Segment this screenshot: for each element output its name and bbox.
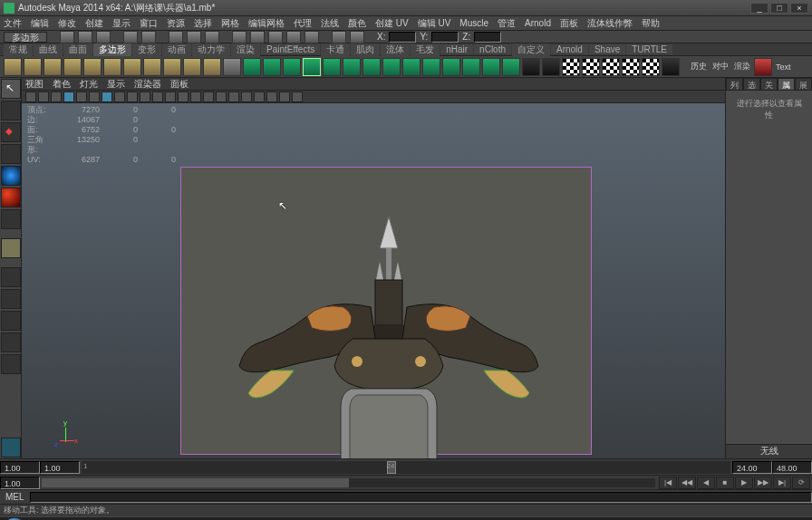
status-render-icon[interactable] [332,31,346,43]
poly-pipe-icon[interactable] [163,58,181,76]
menu-arnold[interactable]: Arnold [525,18,551,28]
poly-sphere-icon[interactable] [4,58,22,76]
vp-dof-icon[interactable] [241,91,252,102]
poly-append-icon[interactable] [343,58,361,76]
vp-msaa-icon[interactable] [228,91,239,102]
frame-start-inner[interactable]: 1.00 [40,461,80,474]
sculpt-icon[interactable] [522,58,540,76]
layout-single-icon[interactable] [1,267,21,287]
vp-res-icon[interactable] [266,91,277,102]
menu-normals[interactable]: 法线 [321,17,339,30]
vp-menu-panels[interactable]: 面板 [170,78,188,91]
vp-gate-icon[interactable] [102,91,112,102]
menu-modify[interactable]: 修改 [58,17,76,30]
status-snap4-icon[interactable] [286,31,301,43]
shelf-tab-turtle[interactable]: TURTLE [626,44,672,54]
shelf-tab-general[interactable]: 常规 [4,43,33,56]
viewport[interactable]: 顶点:727000 边:140670 面:675200 三角形:132500 U… [22,103,725,458]
shelf-tab-fluids[interactable]: 流体 [381,43,410,56]
status-snap2-icon[interactable] [250,31,265,43]
poly-combine-icon[interactable] [243,58,261,76]
menu-panels[interactable]: 面板 [560,17,578,30]
poly-cylinder-icon[interactable] [44,58,62,76]
vp-cam-icon[interactable] [25,91,36,102]
shelf-tab-shave[interactable]: Shave [589,44,625,54]
vp-tex-icon[interactable] [140,91,150,102]
uv-editor-icon[interactable] [662,58,680,76]
poly-smooth-icon[interactable] [442,58,460,76]
coord-x-input[interactable] [389,32,416,43]
menu-help[interactable]: 帮助 [642,17,660,30]
shelf-tab-toon[interactable]: 卡通 [321,43,350,56]
poly-cone-icon[interactable] [63,58,82,76]
shelf-tab-curves[interactable]: 曲线 [34,43,63,56]
poly-cube-icon[interactable] [24,58,42,76]
shelf-tab-polygons[interactable]: 多边形 [93,43,131,56]
command-input[interactable] [30,492,812,503]
shelf-tab-deform[interactable]: 变形 [132,43,161,56]
play-loop[interactable]: ⟳ [792,477,810,489]
play-back[interactable]: ◀ [697,477,715,489]
uv-checker2-icon[interactable] [582,58,600,76]
poly-separate-icon[interactable] [263,58,281,76]
range-start[interactable]: 1.00 [0,477,40,489]
shelf-tab-nhair[interactable]: nHair [440,44,473,54]
menu-pipe[interactable]: 管道 [498,17,516,30]
layout-persp-icon[interactable] [1,438,21,457]
play-stepback[interactable]: ◀◀ [678,477,696,489]
status-save-icon[interactable] [96,31,111,43]
play-gostart[interactable]: |◀ [659,477,677,489]
shelf-tab-arnold[interactable]: Arnold [551,44,588,54]
poly-merge-icon[interactable] [462,58,480,76]
move-tool-icon[interactable] [1,122,21,142]
range-track[interactable] [42,478,655,487]
vp-cam2-icon[interactable] [38,91,49,102]
status-open-icon[interactable] [78,31,92,43]
shelf-tab-fur[interactable]: 毛发 [411,43,440,56]
menu-display[interactable]: 显示 [112,17,130,30]
status-snap5-icon[interactable] [304,31,319,43]
rtab-show[interactable]: 展示 [795,78,812,91]
menu-edituv[interactable]: 编辑 UV [418,17,451,30]
menu-select[interactable]: 选择 [194,17,212,30]
time-track[interactable]: 1 24 [82,461,730,474]
shelf-tab-anim[interactable]: 动画 [162,43,191,56]
vp-menu-view[interactable]: 视图 [25,78,44,91]
shelf-render-icon[interactable] [754,58,772,76]
rtab-focus[interactable]: 关注 [760,78,778,91]
range-bar[interactable] [42,478,349,487]
poly-split-icon[interactable] [402,58,420,76]
sculpt2-icon[interactable] [542,58,560,76]
vp-ao-icon[interactable] [216,91,227,102]
status-selmask-icon[interactable] [169,31,183,43]
rotate-tool-icon[interactable] [1,144,21,164]
vp-wire-icon[interactable] [114,91,125,102]
poly-mirror-icon[interactable] [502,58,520,76]
rtab-selected[interactable]: 选定 [743,78,760,91]
vp-safe-icon[interactable] [89,91,100,102]
uv-checker-icon[interactable] [562,58,580,76]
poly-insert-icon[interactable] [382,58,401,76]
lasso-tool-icon[interactable] [1,101,21,120]
vp-menu-show[interactable]: 显示 [107,78,125,91]
status-ipr-icon[interactable] [350,31,364,43]
menu-color[interactable]: 颜色 [348,17,366,30]
play-fwd[interactable]: ▶ [735,477,753,489]
shelf-tab-pfx[interactable]: PaintEffects [261,44,320,54]
shelf-tab-surfaces[interactable]: 曲面 [63,43,92,56]
poly-torus-icon[interactable] [103,58,121,76]
vp-iso-icon[interactable] [203,91,214,102]
poly-extract-icon[interactable] [283,58,301,76]
status-undo-icon[interactable] [123,31,138,43]
status-redo-icon[interactable] [141,31,156,43]
coord-z-input[interactable] [474,32,501,43]
mode-dropdown[interactable]: 多边形 [4,32,47,43]
layout-four-icon[interactable] [1,289,21,309]
poly-helix-icon[interactable] [183,58,201,76]
frame-end-outer[interactable]: 48.00 [772,461,812,474]
menu-assets[interactable]: 资源 [167,17,185,30]
menu-window[interactable]: 窗口 [140,17,158,30]
menu-createuv[interactable]: 创建 UV [375,17,409,30]
uv-checker3-icon[interactable] [602,58,620,76]
vp-motion-icon[interactable] [254,91,265,102]
